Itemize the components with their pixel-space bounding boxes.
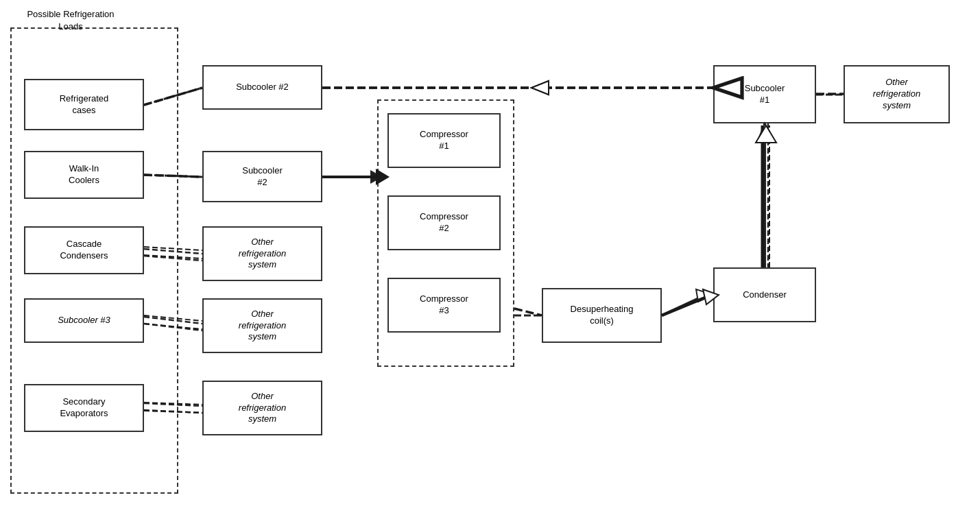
subcooler-1-box: Subcooler#1 bbox=[713, 65, 816, 123]
condenser-to-sub1-arrow bbox=[756, 125, 776, 143]
subcooler-2-mid-box: Subcooler#2 bbox=[202, 151, 322, 202]
secondary-evaporators-box: SecondaryEvaporators bbox=[24, 384, 144, 432]
other-ref-2-box: Otherrefrigerationsystem bbox=[202, 298, 322, 353]
svg-marker-17 bbox=[696, 289, 713, 302]
desuperheating-box: Desuperheatingcoil(s) bbox=[542, 288, 662, 343]
diagram-container: Possible RefrigerationLoads Refrigerated… bbox=[0, 0, 980, 528]
compressor-2-box: Compressor#2 bbox=[387, 195, 501, 250]
subcooler-3-box: Subcooler #3 bbox=[24, 298, 144, 343]
top-line-arrowhead bbox=[531, 81, 549, 95]
svg-marker-19 bbox=[758, 123, 772, 141]
cascade-condensers-box: CascadeCondensers bbox=[24, 226, 144, 274]
walk-in-coolers-box: Walk-InCoolers bbox=[24, 151, 144, 199]
other-ref-right-box: Otherrefrigerationsystem bbox=[844, 65, 950, 123]
svg-line-16 bbox=[662, 295, 706, 315]
other-ref-3-box: Otherrefrigerationsystem bbox=[202, 381, 322, 435]
desup-to-condenser-line bbox=[662, 296, 708, 315]
condenser-box: Condenser bbox=[713, 267, 816, 322]
subcooler-2-top-box: Subcooler #2 bbox=[202, 65, 322, 110]
compressor-1-box: Compressor#1 bbox=[387, 113, 501, 168]
refrigerated-cases-box: Refrigeratedcases bbox=[24, 79, 144, 130]
compressor-3-box: Compressor#3 bbox=[387, 278, 501, 333]
compressors-to-desup-line bbox=[514, 309, 542, 315]
other-ref-1-box: Otherrefrigerationsystem bbox=[202, 226, 322, 281]
svg-marker-14 bbox=[531, 81, 549, 95]
